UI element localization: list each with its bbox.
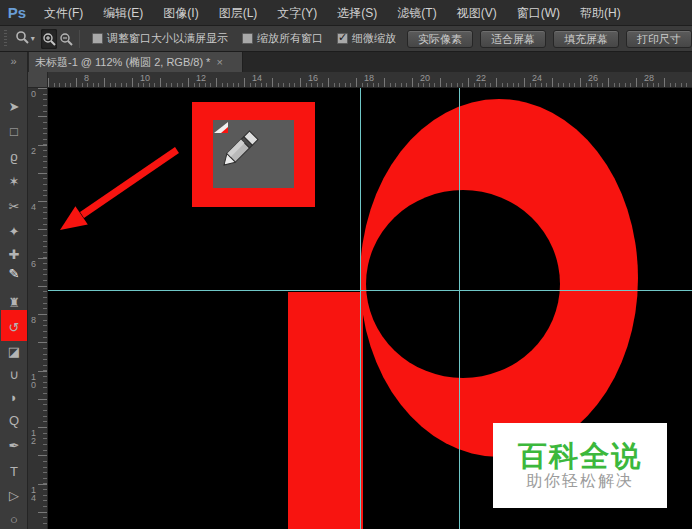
path-select-tool[interactable]: ▷ — [0, 487, 28, 507]
menu-window[interactable]: 窗口(W) — [507, 0, 570, 26]
ruler-number: 14 — [31, 486, 39, 502]
menu-select[interactable]: 选择(S) — [327, 0, 387, 26]
clone-stamp-tool[interactable]: ♜ — [0, 294, 28, 314]
menu-file[interactable]: 文件(F) — [34, 0, 93, 26]
ruler-number: 14 — [250, 73, 262, 83]
menu-view[interactable]: 视图(V) — [447, 0, 507, 26]
panel-collapse-icon[interactable]: » — [0, 52, 28, 72]
ruler-number: 6 — [31, 260, 39, 268]
document-tab-title: 未标题-1 @ 112% (椭圆 2, RGB/8) * — [35, 52, 210, 72]
tab-bar: » 未标题-1 @ 112% (椭圆 2, RGB/8) * × — [0, 52, 692, 72]
menu-layer[interactable]: 图层(L) — [209, 0, 268, 26]
option-checkbox-item[interactable]: 调整窗口大小以满屏显示 — [92, 31, 228, 46]
eraser-tool[interactable]: ◪ — [0, 343, 28, 363]
options-bar-button[interactable]: 实际像素 — [407, 30, 473, 48]
document-canvas[interactable]: 百科全说 助你轻松解决 — [48, 88, 692, 529]
ruler-number: 8 — [82, 73, 89, 83]
watermark-badge: 百科全说 助你轻松解决 — [493, 423, 667, 508]
options-grip — [2, 30, 9, 48]
options-bar-button[interactable]: 填充屏幕 — [553, 30, 619, 48]
magic-wand-tool[interactable]: ✶ — [0, 173, 28, 193]
type-tool[interactable]: T — [0, 463, 28, 483]
p-stem-shape — [288, 292, 363, 529]
watermark-subtitle: 助你轻松解决 — [526, 473, 634, 489]
zoom-out-button[interactable] — [57, 29, 74, 49]
separator — [79, 30, 80, 48]
magnifier-icon — [15, 30, 29, 48]
ruler-number: 20 — [418, 73, 430, 83]
menu-filter[interactable]: 滤镜(T) — [387, 0, 446, 26]
photoshop-window: Ps 文件(F) 编辑(E) 图像(I) 图层(L) 文字(Y) 选择(S) 滤… — [0, 0, 692, 529]
ruler-number: 16 — [306, 73, 318, 83]
options-buttons: 实际像素 适合屏幕 填充屏幕 打印尺寸 — [407, 30, 692, 48]
move-tool[interactable]: ➤ — [0, 98, 28, 118]
zoom-in-button[interactable] — [41, 29, 58, 49]
option-checkbox-item[interactable]: 缩放所有窗口 — [242, 31, 323, 46]
options-bar-button[interactable]: 打印尺寸 — [626, 30, 692, 48]
tools-panel: ➤ □ ϱ ✶ ✂ ✦ ✚ ✎ ♜ ↺ ◪ ∪ — [0, 72, 28, 529]
menu-bar: Ps 文件(F) 编辑(E) 图像(I) 图层(L) 文字(Y) 选择(S) 滤… — [0, 0, 692, 26]
ruler-number: 28 — [642, 73, 654, 83]
dodge-tool[interactable]: Q — [0, 412, 28, 432]
pencil-tool[interactable]: ✎ — [0, 265, 28, 285]
menu-image[interactable]: 图像(I) — [153, 0, 208, 26]
checkbox-icon[interactable] — [92, 33, 103, 44]
document-tab[interactable]: 未标题-1 @ 112% (椭圆 2, RGB/8) * × — [29, 52, 243, 72]
annotation-arrow-shaft — [82, 150, 177, 215]
horizontal-ruler[interactable]: 8 10 12 14 16 18 20 22 24 26 28 — [48, 72, 692, 88]
shape-tool[interactable]: ○ — [0, 511, 28, 529]
history-brush-tool[interactable]: ↺ — [0, 319, 28, 339]
hidden-tools-triangle-icon — [213, 120, 229, 134]
pencil-callout-inner — [213, 120, 294, 188]
checkbox-icon[interactable] — [337, 33, 348, 44]
p-bowl-hole — [366, 190, 560, 378]
ruler-number: 2 — [31, 147, 39, 155]
blur-tool[interactable]: ◗ — [0, 389, 28, 409]
ruler-number: 26 — [586, 73, 598, 83]
checkbox-label: 调整窗口大小以满屏显示 — [107, 31, 228, 46]
vertical-ruler[interactable]: 0 2 4 6 8 10 12 14 — [28, 88, 48, 529]
pencil-callout-box — [192, 102, 315, 207]
ruler-number: 4 — [31, 203, 39, 211]
menu-type[interactable]: 文字(Y) — [267, 0, 327, 26]
ruler-number: 12 — [31, 429, 39, 445]
ruler-number: 10 — [138, 73, 150, 83]
pen-tool[interactable]: ✒ — [0, 437, 28, 457]
ruler-number: 24 — [530, 73, 542, 83]
marquee-tool[interactable]: □ — [0, 123, 28, 143]
healing-brush-tool[interactable]: ✚ — [0, 246, 28, 266]
ruler-number: 0 — [31, 90, 39, 98]
ruler-number: 10 — [31, 373, 39, 389]
options-checkboxes: 调整窗口大小以满屏显示 缩放所有窗口 细微缩放 — [85, 31, 403, 46]
ruler-ticks — [38, 88, 47, 529]
ruler-number: 18 — [362, 73, 374, 83]
paint-bucket-tool[interactable]: ∪ — [0, 366, 28, 386]
watermark-title: 百科全说 — [518, 442, 642, 471]
ruler-number: 8 — [31, 316, 39, 324]
chevron-down-icon: ▾ — [31, 34, 35, 43]
option-checkbox-item[interactable]: 细微缩放 — [337, 31, 396, 46]
options-bar: ▾ 调整窗口大小以满屏显示 缩放所有窗口 — [0, 26, 692, 52]
eyedropper-tool[interactable]: ✦ — [0, 223, 28, 243]
crop-tool[interactable]: ✂ — [0, 198, 28, 218]
options-bar-button[interactable]: 适合屏幕 — [480, 30, 546, 48]
lasso-tool[interactable]: ϱ — [0, 148, 28, 168]
checkbox-label: 细微缩放 — [352, 31, 396, 46]
ruler-corner[interactable] — [28, 72, 48, 88]
menu-help[interactable]: 帮助(H) — [570, 0, 631, 26]
checkbox-icon[interactable] — [242, 33, 253, 44]
ruler-number: 22 — [474, 73, 486, 83]
ruler-number: 12 — [194, 73, 206, 83]
close-icon[interactable]: × — [216, 52, 222, 72]
checkbox-label: 缩放所有窗口 — [257, 31, 323, 46]
menu-edit[interactable]: 编辑(E) — [93, 0, 153, 26]
ps-logo: Ps — [0, 4, 34, 21]
zoom-tool-preset[interactable]: ▾ — [9, 30, 41, 48]
